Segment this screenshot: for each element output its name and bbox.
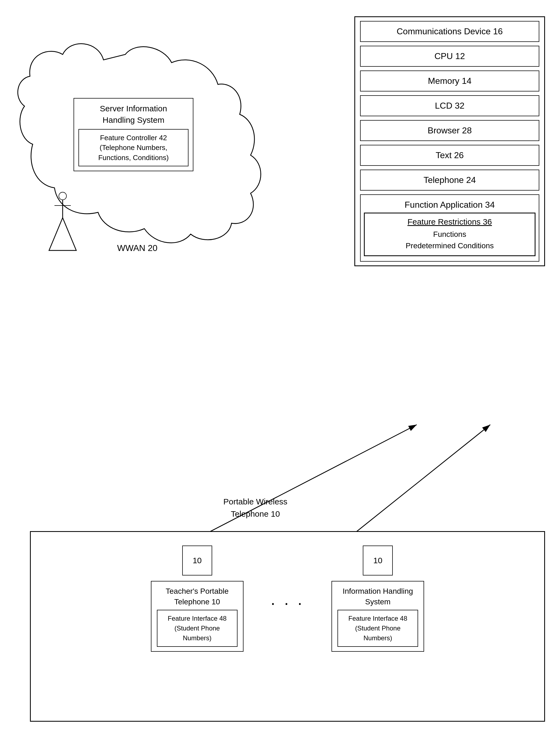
feature-controller-box: Feature Controller 42(Telephone Numbers,… bbox=[78, 129, 189, 166]
function-app-title: Function Application 34 bbox=[364, 200, 536, 210]
svg-line-4 bbox=[185, 425, 417, 544]
info-handling-title: Information HandlingSystem bbox=[337, 586, 418, 607]
wwan-cloud: Server InformationHandling System Featur… bbox=[14, 54, 259, 286]
info-handling-group: 10 Information HandlingSystem Feature In… bbox=[331, 545, 424, 652]
svg-line-5 bbox=[340, 425, 490, 544]
phones-row: 10 Teacher's PortableTelephone 10 Featur… bbox=[39, 545, 536, 652]
communications-device-label: Communications Device 16 bbox=[396, 26, 503, 36]
function-app-outer: Function Application 34 Feature Restrict… bbox=[360, 195, 539, 262]
teachers-phone-small-box: 10 bbox=[182, 545, 212, 576]
telephone-box: Telephone 24 bbox=[360, 169, 539, 191]
device-stack: Communications Device 16 CPU 12 Memory 1… bbox=[354, 16, 545, 266]
teachers-phone-group: 10 Teacher's PortableTelephone 10 Featur… bbox=[151, 545, 244, 652]
memory-label: Memory 14 bbox=[428, 76, 472, 86]
cpu-box: CPU 12 bbox=[360, 46, 539, 67]
info-feature-interface: Feature Interface 48(Student Phone Numbe… bbox=[337, 610, 418, 647]
memory-box: Memory 14 bbox=[360, 70, 539, 91]
teachers-phone-number: 10 bbox=[193, 556, 202, 565]
feature-controller-label: Feature Controller 42(Telephone Numbers,… bbox=[98, 134, 169, 162]
lcd-box: LCD 32 bbox=[360, 95, 539, 116]
server-box: Server InformationHandling System Featur… bbox=[73, 98, 193, 171]
bottom-section: 10 Teacher's PortableTelephone 10 Featur… bbox=[30, 531, 545, 722]
wwan-label: WWAN 20 bbox=[117, 243, 158, 253]
teachers-feature-interface: Feature Interface 48(Student Phone Numbe… bbox=[157, 610, 238, 647]
cpu-label: CPU 12 bbox=[435, 51, 465, 61]
text-box: Text 26 bbox=[360, 145, 539, 166]
teachers-phone-title: Teacher's PortableTelephone 10 bbox=[157, 586, 238, 607]
teachers-phone-label-box: Teacher's PortableTelephone 10 Feature I… bbox=[151, 581, 244, 652]
info-phone-small-box: 10 bbox=[363, 545, 393, 576]
info-handling-label-box: Information HandlingSystem Feature Inter… bbox=[331, 581, 424, 652]
diagram: Communications Device 16 CPU 12 Memory 1… bbox=[0, 0, 560, 738]
communications-device-box: Communications Device 16 bbox=[360, 21, 539, 42]
browser-box: Browser 28 bbox=[360, 120, 539, 141]
feature-restrictions-line1: Functions Predetermined Conditions bbox=[368, 229, 531, 252]
info-phone-number: 10 bbox=[373, 556, 382, 565]
lcd-label: LCD 32 bbox=[435, 101, 465, 110]
telephone-label: Telephone 24 bbox=[424, 175, 476, 185]
browser-label: Browser 28 bbox=[428, 125, 472, 135]
text-label: Text 26 bbox=[436, 150, 464, 160]
server-title: Server InformationHandling System bbox=[78, 103, 189, 126]
feature-restrictions-title: Feature Restrictions 36 bbox=[368, 217, 531, 227]
dots-separator: · · · bbox=[271, 585, 304, 612]
feature-restrictions-box: Feature Restrictions 36 Functions Predet… bbox=[364, 213, 536, 256]
portable-wireless-label: Portable Wireless Telephone 10 bbox=[223, 495, 287, 520]
